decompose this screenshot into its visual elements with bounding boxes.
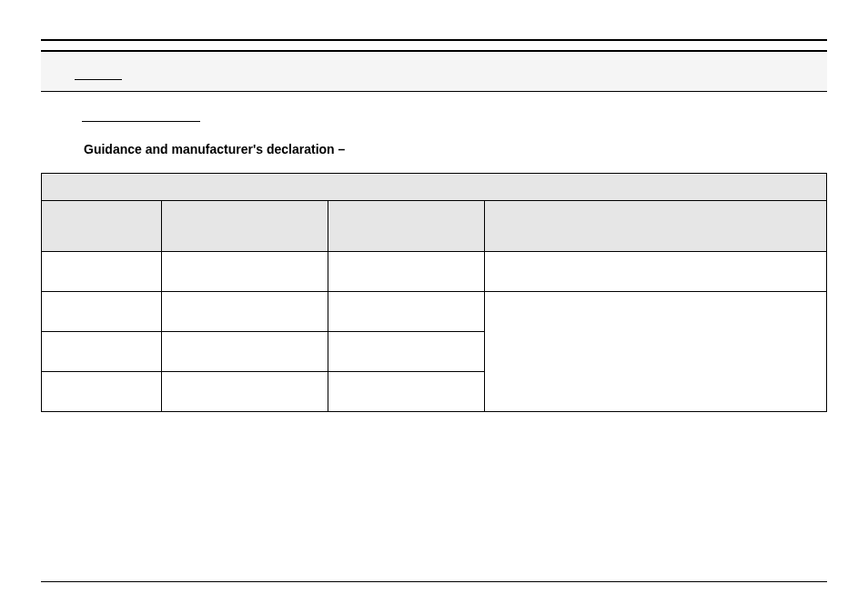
bottom-horizontal-rule <box>41 581 827 582</box>
table-cell <box>42 332 162 372</box>
table-banner-row <box>42 174 827 201</box>
table-cell <box>328 372 485 412</box>
table-cell <box>328 292 485 332</box>
table-cell <box>162 372 328 412</box>
table-header-cell <box>42 201 162 252</box>
table-cell <box>162 292 328 332</box>
table-banner-cell <box>42 174 827 201</box>
table-header-row <box>42 201 827 252</box>
table-header-cell <box>328 201 485 252</box>
table-cell <box>485 252 827 292</box>
declaration-table <box>41 173 827 412</box>
table-cell <box>162 252 328 292</box>
declaration-heading: Guidance and manufacturer's declaration … <box>84 142 827 156</box>
table-cell <box>328 252 485 292</box>
band-underline-mark <box>75 79 122 80</box>
table-cell <box>42 372 162 412</box>
top-horizontal-rule <box>41 39 827 41</box>
table-header-cell <box>162 201 328 252</box>
table-header-cell <box>485 201 827 252</box>
table-cell <box>162 332 328 372</box>
table-cell-merged <box>485 292 827 412</box>
header-band <box>41 50 827 92</box>
table-cell <box>328 332 485 372</box>
table-cell <box>42 292 162 332</box>
table-row <box>42 252 827 292</box>
table-row <box>42 292 827 332</box>
table-cell <box>42 252 162 292</box>
section-underline <box>82 121 200 122</box>
